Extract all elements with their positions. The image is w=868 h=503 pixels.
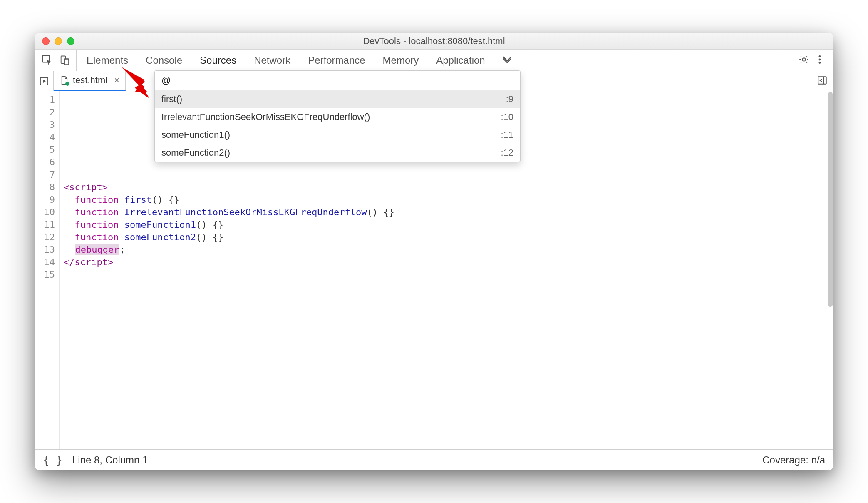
pretty-print-icon[interactable]: { }	[43, 454, 62, 466]
palette-item[interactable]: first() :9	[155, 90, 520, 108]
cursor-position: Line 8, Column 1	[72, 454, 148, 466]
status-bar: { } Line 8, Column 1 Coverage: n/a	[35, 449, 833, 470]
command-palette-input[interactable]: @	[155, 71, 520, 90]
tabs-overflow-icon[interactable]	[495, 50, 519, 71]
tab-performance[interactable]: Performance	[308, 55, 365, 66]
palette-item[interactable]: someFunction2() :12	[155, 144, 520, 162]
line-gutter: 1 2 3 4 5 6 7 8 9 10 11 12 13 14 15	[35, 91, 60, 449]
svg-point-6	[819, 58, 821, 60]
file-icon	[60, 76, 69, 85]
inspect-element-icon[interactable]	[39, 50, 56, 71]
svg-point-5	[819, 55, 821, 57]
zoom-window-button[interactable]	[67, 37, 74, 45]
palette-item-label: IrrelevantFunctionSeekOrMissEKGFreqUnder…	[161, 112, 370, 122]
window-title: DevTools - localhost:8080/test.html	[35, 36, 833, 47]
palette-item-line: :10	[501, 112, 513, 122]
palette-item-line: :12	[501, 147, 513, 158]
palette-item-label: first()	[161, 94, 182, 105]
palette-item[interactable]: IrrelevantFunctionSeekOrMissEKGFreqUnder…	[155, 108, 520, 126]
scrollbar-thumb[interactable]	[828, 92, 833, 307]
window-titlebar: DevTools - localhost:8080/test.html	[35, 33, 833, 50]
svg-point-7	[819, 62, 821, 64]
file-tab-label: test.html	[73, 75, 107, 86]
palette-item-label: someFunction2()	[161, 147, 230, 158]
minimize-window-button[interactable]	[55, 37, 62, 45]
devtools-window: DevTools - localhost:8080/test.html Elem…	[35, 33, 833, 470]
tab-sources[interactable]: Sources	[200, 55, 236, 66]
tab-console[interactable]: Console	[146, 55, 182, 66]
command-palette: @ first() :9 IrrelevantFunctionSeekOrMis…	[154, 70, 521, 162]
close-window-button[interactable]	[42, 37, 50, 45]
main-tabbar: Elements Console Sources Network Perform…	[35, 50, 833, 71]
settings-icon[interactable]	[799, 54, 809, 67]
toggle-debugger-pane-icon[interactable]	[817, 75, 828, 87]
palette-item-label: someFunction1()	[161, 129, 230, 140]
traffic-lights	[35, 37, 74, 45]
more-menu-icon[interactable]	[814, 54, 825, 67]
tab-application[interactable]: Application	[436, 55, 485, 66]
svg-point-4	[802, 58, 806, 61]
coverage-status: Coverage: n/a	[762, 454, 825, 466]
run-snippet-button[interactable]	[35, 71, 54, 91]
tab-memory[interactable]: Memory	[383, 55, 419, 66]
palette-item-line: :9	[506, 94, 513, 105]
palette-item[interactable]: someFunction1() :11	[155, 126, 520, 144]
tab-elements[interactable]: Elements	[87, 55, 128, 66]
svg-rect-2	[64, 59, 69, 65]
tab-network[interactable]: Network	[254, 55, 290, 66]
close-icon[interactable]: ×	[114, 76, 119, 85]
palette-item-line: :11	[501, 129, 513, 140]
file-tab-test-html[interactable]: test.html ×	[54, 71, 126, 91]
device-mode-icon[interactable]	[56, 50, 74, 71]
